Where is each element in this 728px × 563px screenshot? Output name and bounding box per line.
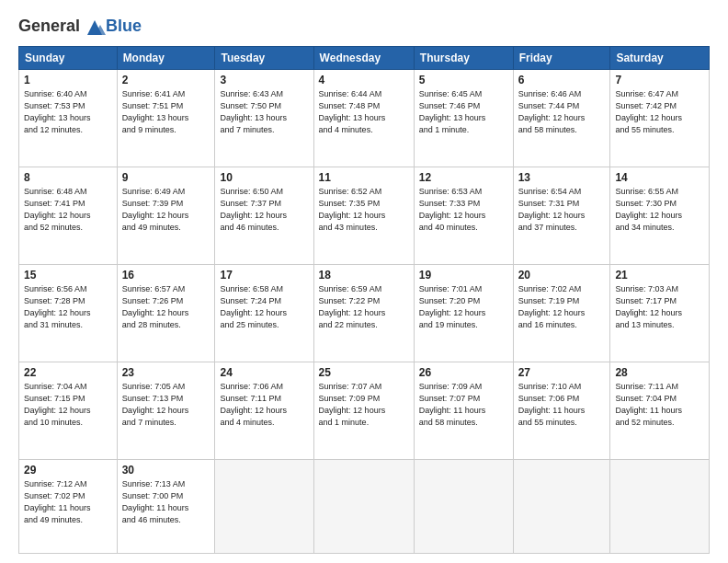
day-number: 21 (615, 269, 704, 282)
day-number: 1 (24, 74, 112, 86)
logo-general: General (18, 17, 108, 37)
calendar-cell: 27Sunrise: 7:10 AMSunset: 7:06 PMDayligh… (513, 362, 610, 459)
day-info: Sunrise: 6:47 AMSunset: 7:42 PMDaylight:… (615, 88, 704, 136)
day-number: 11 (319, 171, 409, 184)
header-row: SundayMondayTuesdayWednesdayThursdayFrid… (19, 47, 710, 70)
day-number: 3 (220, 74, 308, 86)
logo-icon (82, 17, 108, 37)
calendar-cell: 4Sunrise: 6:44 AMSunset: 7:48 PMDaylight… (313, 70, 414, 167)
day-number: 27 (518, 366, 606, 379)
day-info: Sunrise: 6:59 AMSunset: 7:22 PMDaylight:… (319, 283, 409, 331)
page: General Blue SundayMondayTuesdayWednesda… (0, 0, 728, 563)
logo: General Blue (18, 17, 142, 37)
calendar-cell: 14Sunrise: 6:55 AMSunset: 7:30 PMDayligh… (610, 167, 710, 264)
day-number: 7 (615, 74, 704, 86)
day-info: Sunrise: 6:41 AMSunset: 7:51 PMDaylight:… (122, 88, 210, 136)
calendar-cell: 5Sunrise: 6:45 AMSunset: 7:46 PMDaylight… (414, 70, 513, 167)
day-info: Sunrise: 7:07 AMSunset: 7:09 PMDaylight:… (319, 381, 409, 429)
weekday-header: Sunday (19, 47, 118, 70)
calendar-cell: 3Sunrise: 6:43 AMSunset: 7:50 PMDaylight… (215, 70, 313, 167)
day-number: 8 (24, 171, 112, 184)
day-number: 26 (419, 366, 508, 379)
calendar-cell: 23Sunrise: 7:05 AMSunset: 7:13 PMDayligh… (117, 362, 215, 459)
day-number: 6 (518, 74, 606, 86)
day-info: Sunrise: 7:05 AMSunset: 7:13 PMDaylight:… (122, 381, 210, 429)
calendar-cell: 28Sunrise: 7:11 AMSunset: 7:04 PMDayligh… (610, 362, 710, 459)
day-info: Sunrise: 7:11 AMSunset: 7:04 PMDaylight:… (615, 381, 704, 429)
day-info: Sunrise: 6:48 AMSunset: 7:41 PMDaylight:… (24, 186, 112, 234)
day-info: Sunrise: 7:09 AMSunset: 7:07 PMDaylight:… (419, 381, 508, 429)
day-number: 12 (419, 171, 508, 184)
day-info: Sunrise: 6:52 AMSunset: 7:35 PMDaylight:… (319, 186, 409, 234)
calendar-cell: 9Sunrise: 6:49 AMSunset: 7:39 PMDaylight… (117, 167, 215, 264)
day-number: 17 (220, 269, 308, 282)
calendar-cell: 20Sunrise: 7:02 AMSunset: 7:19 PMDayligh… (513, 264, 610, 362)
weekday-header: Thursday (414, 47, 513, 70)
calendar-cell: 19Sunrise: 7:01 AMSunset: 7:20 PMDayligh… (414, 264, 513, 362)
calendar-cell: 17Sunrise: 6:58 AMSunset: 7:24 PMDayligh… (215, 264, 313, 362)
day-number: 24 (220, 366, 308, 379)
week-row: 1Sunrise: 6:40 AMSunset: 7:53 PMDaylight… (19, 70, 710, 167)
weekday-header: Saturday (610, 47, 710, 70)
day-number: 25 (319, 366, 409, 379)
weekday-header: Friday (513, 47, 610, 70)
calendar-cell: 11Sunrise: 6:52 AMSunset: 7:35 PMDayligh… (313, 167, 414, 264)
day-number: 5 (419, 74, 508, 86)
day-number: 14 (615, 171, 704, 184)
day-info: Sunrise: 7:10 AMSunset: 7:06 PMDaylight:… (518, 381, 606, 429)
day-info: Sunrise: 6:50 AMSunset: 7:37 PMDaylight:… (220, 186, 308, 234)
calendar-cell: 18Sunrise: 6:59 AMSunset: 7:22 PMDayligh… (313, 264, 414, 362)
calendar-cell: 7Sunrise: 6:47 AMSunset: 7:42 PMDaylight… (610, 70, 710, 167)
calendar-cell (313, 459, 414, 553)
day-info: Sunrise: 6:58 AMSunset: 7:24 PMDaylight:… (220, 283, 308, 331)
day-number: 9 (122, 171, 210, 184)
day-info: Sunrise: 7:12 AMSunset: 7:02 PMDaylight:… (24, 478, 112, 526)
day-number: 19 (419, 269, 508, 282)
calendar-cell (513, 459, 610, 553)
day-number: 22 (24, 366, 112, 379)
day-info: Sunrise: 7:04 AMSunset: 7:15 PMDaylight:… (24, 381, 112, 429)
day-info: Sunrise: 6:55 AMSunset: 7:30 PMDaylight:… (615, 186, 704, 234)
day-number: 18 (319, 269, 409, 282)
day-info: Sunrise: 6:54 AMSunset: 7:31 PMDaylight:… (518, 186, 606, 234)
calendar-cell: 24Sunrise: 7:06 AMSunset: 7:11 PMDayligh… (215, 362, 313, 459)
calendar-cell: 1Sunrise: 6:40 AMSunset: 7:53 PMDaylight… (19, 70, 118, 167)
calendar-cell: 6Sunrise: 6:46 AMSunset: 7:44 PMDaylight… (513, 70, 610, 167)
day-number: 23 (122, 366, 210, 379)
day-number: 16 (122, 269, 210, 282)
day-number: 15 (24, 269, 112, 282)
day-info: Sunrise: 6:43 AMSunset: 7:50 PMDaylight:… (220, 88, 308, 136)
week-row: 22Sunrise: 7:04 AMSunset: 7:15 PMDayligh… (19, 362, 710, 459)
weekday-header: Wednesday (313, 47, 414, 70)
day-info: Sunrise: 6:56 AMSunset: 7:28 PMDaylight:… (24, 283, 112, 331)
calendar-cell: 2Sunrise: 6:41 AMSunset: 7:51 PMDaylight… (117, 70, 215, 167)
calendar-cell: 8Sunrise: 6:48 AMSunset: 7:41 PMDaylight… (19, 167, 118, 264)
calendar-cell: 22Sunrise: 7:04 AMSunset: 7:15 PMDayligh… (19, 362, 118, 459)
calendar-cell (215, 459, 313, 553)
day-number: 20 (518, 269, 606, 282)
week-row: 15Sunrise: 6:56 AMSunset: 7:28 PMDayligh… (19, 264, 710, 362)
day-info: Sunrise: 6:53 AMSunset: 7:33 PMDaylight:… (419, 186, 508, 234)
calendar-cell: 21Sunrise: 7:03 AMSunset: 7:17 PMDayligh… (610, 264, 710, 362)
day-info: Sunrise: 7:01 AMSunset: 7:20 PMDaylight:… (419, 283, 508, 331)
day-number: 30 (122, 464, 210, 477)
calendar-cell: 12Sunrise: 6:53 AMSunset: 7:33 PMDayligh… (414, 167, 513, 264)
calendar-cell: 15Sunrise: 6:56 AMSunset: 7:28 PMDayligh… (19, 264, 118, 362)
day-number: 4 (319, 74, 409, 86)
week-row: 8Sunrise: 6:48 AMSunset: 7:41 PMDaylight… (19, 167, 710, 264)
day-info: Sunrise: 6:46 AMSunset: 7:44 PMDaylight:… (518, 88, 606, 136)
day-number: 2 (122, 74, 210, 86)
day-info: Sunrise: 7:02 AMSunset: 7:19 PMDaylight:… (518, 283, 606, 331)
calendar-cell: 26Sunrise: 7:09 AMSunset: 7:07 PMDayligh… (414, 362, 513, 459)
day-info: Sunrise: 6:49 AMSunset: 7:39 PMDaylight:… (122, 186, 210, 234)
calendar: SundayMondayTuesdayWednesdayThursdayFrid… (18, 46, 710, 554)
weekday-header: Monday (117, 47, 215, 70)
calendar-cell: 13Sunrise: 6:54 AMSunset: 7:31 PMDayligh… (513, 167, 610, 264)
day-info: Sunrise: 7:06 AMSunset: 7:11 PMDaylight:… (220, 381, 308, 429)
calendar-cell: 25Sunrise: 7:07 AMSunset: 7:09 PMDayligh… (313, 362, 414, 459)
day-number: 28 (615, 366, 704, 379)
day-number: 29 (24, 464, 112, 477)
calendar-cell: 10Sunrise: 6:50 AMSunset: 7:37 PMDayligh… (215, 167, 313, 264)
week-row: 29Sunrise: 7:12 AMSunset: 7:02 PMDayligh… (19, 459, 710, 553)
day-info: Sunrise: 6:45 AMSunset: 7:46 PMDaylight:… (419, 88, 508, 136)
